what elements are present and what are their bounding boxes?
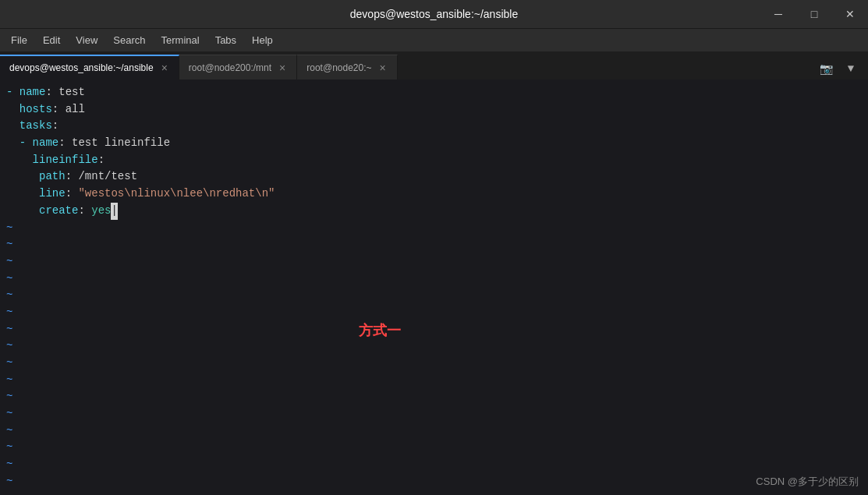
code-line: line: "westos\nlinux\nlee\nredhat\n" <box>6 186 862 203</box>
tilde-line: ~ <box>6 270 862 288</box>
tab-dropdown-button[interactable]: ▼ <box>840 58 862 80</box>
menu-search[interactable]: Search <box>105 31 153 49</box>
tilde-line: ~ <box>6 439 862 456</box>
code-line: create: yes| <box>6 203 862 220</box>
tab-bar: devops@westos_ansible:~/ansible × root@n… <box>0 51 868 80</box>
tab-close-root200[interactable]: × <box>278 62 287 73</box>
tilde-line: ~ <box>6 220 862 237</box>
tab-root20[interactable]: root@node20:~ × <box>297 55 397 80</box>
tilde-line: ~ <box>6 473 862 490</box>
menu-view[interactable]: View <box>68 31 105 49</box>
tab-label-root200: root@node200:/mnt <box>189 62 271 73</box>
tab-root200[interactable]: root@node200:/mnt × <box>179 55 297 80</box>
tilde-line: ~ <box>6 372 862 389</box>
menu-terminal[interactable]: Terminal <box>154 31 207 49</box>
tab-label-root20: root@node20:~ <box>306 62 371 73</box>
tilde-line: ~ <box>6 338 862 355</box>
tilde-line: ~ <box>6 388 862 405</box>
menu-edit[interactable]: Edit <box>35 31 68 49</box>
close-button[interactable]: ✕ <box>832 0 868 28</box>
menu-file[interactable]: File <box>3 31 35 49</box>
window-controls: ─ □ ✕ <box>760 0 868 28</box>
tilde-line: ~ <box>6 236 862 253</box>
watermark: CSDN @多于少的区别 <box>756 475 859 489</box>
tab-actions: 📷 ▼ <box>809 58 868 80</box>
code-line: lineinfile: <box>6 152 862 169</box>
code-line: - name: test <box>6 84 862 101</box>
code-line: hosts: all <box>6 101 862 118</box>
window-title: devops@westos_ansible:~/ansible <box>350 8 518 20</box>
menu-tabs[interactable]: Tabs <box>207 31 244 49</box>
tilde-line: ~ <box>6 304 862 321</box>
tilde-line: ~ <box>6 355 862 372</box>
tilde-line: ~ <box>6 456 862 473</box>
tilde-line: ~ <box>6 253 862 270</box>
code-line: path: /mnt/test <box>6 168 862 186</box>
tab-close-devops[interactable]: × <box>160 62 169 73</box>
menu-bar: File Edit View Search Terminal Tabs Help <box>0 28 868 51</box>
tilde-line: ~ <box>6 321 862 338</box>
code-line: - name: test lineinfile <box>6 135 862 152</box>
tab-devops[interactable]: devops@westos_ansible:~/ansible × <box>0 55 179 80</box>
tilde-line: ~ <box>6 287 862 304</box>
tab-label-devops: devops@westos_ansible:~/ansible <box>9 62 154 73</box>
code-line: tasks: <box>6 118 862 135</box>
tilde-line: ~ <box>6 490 862 496</box>
tab-close-root20[interactable]: × <box>378 62 388 73</box>
minimize-button[interactable]: ─ <box>760 0 796 28</box>
terminal-area[interactable]: - name: test hosts: all tasks: - name: t… <box>0 80 868 495</box>
tilde-line: ~ <box>6 423 862 440</box>
new-tab-button[interactable]: 📷 <box>815 58 837 80</box>
maximize-button[interactable]: □ <box>796 0 832 28</box>
menu-help[interactable]: Help <box>244 31 281 49</box>
title-bar: devops@westos_ansible:~/ansible ─ □ ✕ <box>0 0 868 28</box>
tilde-line: ~ <box>6 405 862 423</box>
